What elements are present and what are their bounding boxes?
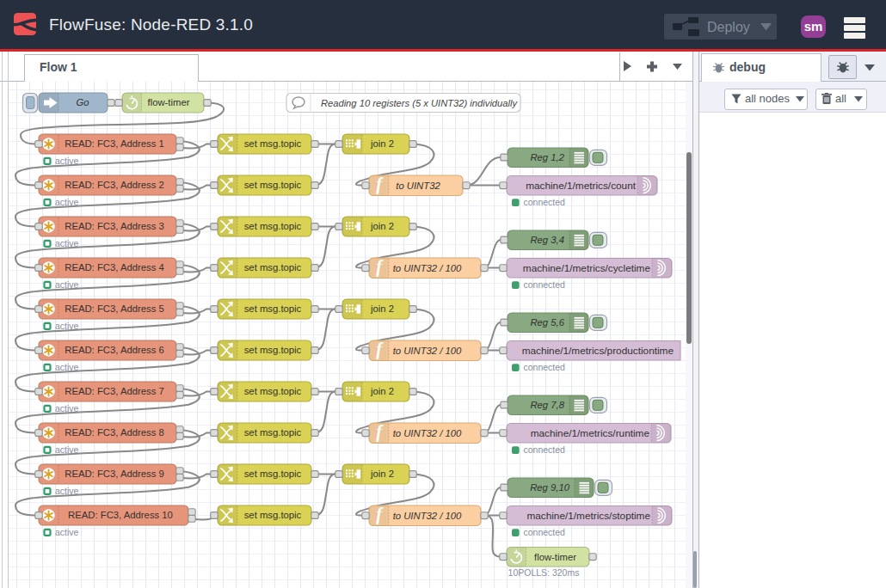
svg-text:flow-timer: flow-timer: [534, 552, 576, 562]
svg-text:Reg 9,10: Reg 9,10: [530, 482, 570, 493]
svg-text:set msg.topic: set msg.topic: [244, 262, 302, 273]
svg-text:active: active: [55, 444, 79, 455]
svg-text:to UINT32 / 100: to UINT32 / 100: [393, 263, 462, 273]
svg-text:Reg 5,6: Reg 5,6: [530, 317, 564, 328]
svg-text:active: active: [55, 279, 79, 290]
svg-text:Reading 10 registers (5 x UINT: Reading 10 registers (5 x UINT32) indivi…: [321, 98, 519, 108]
svg-text:connected: connected: [524, 362, 566, 372]
svg-text:set msg.topic: set msg.topic: [244, 386, 302, 396]
svg-text:READ: FC3, Address 9: READ: FC3, Address 9: [65, 469, 164, 479]
svg-text:READ: FC3, Address 6: READ: FC3, Address 6: [65, 345, 164, 355]
svg-text:READ: FC3, Address 1: READ: FC3, Address 1: [65, 138, 164, 149]
svg-text:active: active: [55, 238, 79, 248]
svg-text:READ: FC3, Address 8: READ: FC3, Address 8: [65, 427, 164, 438]
svg-text:set msg.topic: set msg.topic: [244, 180, 302, 190]
svg-text:to UINT32 / 100: to UINT32 / 100: [393, 346, 462, 356]
svg-text:active: active: [55, 197, 79, 207]
svg-text:active: active: [55, 156, 79, 166]
svg-text:set msg.topic: set msg.topic: [244, 510, 302, 520]
svg-text:READ: FC3, Address 10: READ: FC3, Address 10: [68, 510, 173, 520]
svg-text:set msg.topic: set msg.topic: [244, 303, 302, 314]
svg-text:active: active: [55, 321, 79, 331]
svg-text:READ: FC3, Address 3: READ: FC3, Address 3: [65, 221, 164, 231]
svg-text:set msg.topic: set msg.topic: [244, 221, 302, 231]
svg-text:10POLLS: 320ms: 10POLLS: 320ms: [508, 567, 580, 578]
svg-text:set msg.topic: set msg.topic: [244, 469, 302, 479]
svg-text:set msg.topic: set msg.topic: [244, 427, 302, 438]
svg-text:connected: connected: [524, 527, 566, 537]
svg-text:join 2: join 2: [370, 469, 394, 479]
svg-text:machine/1/metrics/count: machine/1/metrics/count: [526, 180, 637, 192]
svg-text:join 2: join 2: [370, 386, 394, 396]
svg-text:active: active: [55, 403, 79, 413]
svg-text:Go: Go: [76, 97, 89, 107]
svg-text:connected: connected: [524, 279, 566, 290]
svg-text:connected: connected: [524, 444, 566, 455]
svg-text:READ: FC3, Address 5: READ: FC3, Address 5: [65, 303, 164, 314]
svg-text:Reg 1,2: Reg 1,2: [530, 152, 564, 162]
svg-text:join 2: join 2: [370, 303, 394, 314]
svg-text:join 2: join 2: [370, 138, 394, 149]
svg-text:set msg.topic: set msg.topic: [244, 345, 302, 355]
svg-text:join 2: join 2: [370, 221, 394, 231]
svg-text:active: active: [55, 362, 79, 372]
svg-text:connected: connected: [524, 197, 566, 207]
svg-text:active: active: [55, 527, 79, 537]
svg-text:to UINT32 / 100: to UINT32 / 100: [393, 428, 462, 438]
svg-text:machine/1/metrics/runtime: machine/1/metrics/runtime: [531, 427, 650, 439]
svg-text:READ: FC3, Address 7: READ: FC3, Address 7: [65, 386, 164, 396]
svg-text:machine/1/metrics/cycletime: machine/1/metrics/cycletime: [523, 262, 651, 274]
svg-text:active: active: [55, 486, 79, 496]
svg-text:set msg.topic: set msg.topic: [244, 138, 302, 149]
svg-text:READ: FC3, Address 4: READ: FC3, Address 4: [65, 262, 164, 273]
svg-text:machine/1/metrics/stoptime: machine/1/metrics/stoptime: [526, 510, 650, 522]
svg-text:machine/1/metrics/productionti: machine/1/metrics/productiontime: [522, 345, 674, 357]
svg-text:READ: FC3, Address 2: READ: FC3, Address 2: [65, 180, 164, 190]
svg-text:to UINT32 / 100: to UINT32 / 100: [393, 511, 462, 521]
svg-text:Reg 3,4: Reg 3,4: [530, 235, 564, 245]
svg-text:flow-timer: flow-timer: [148, 97, 190, 107]
svg-text:Reg 7,8: Reg 7,8: [530, 400, 564, 410]
svg-text:to UINT32: to UINT32: [396, 181, 440, 191]
